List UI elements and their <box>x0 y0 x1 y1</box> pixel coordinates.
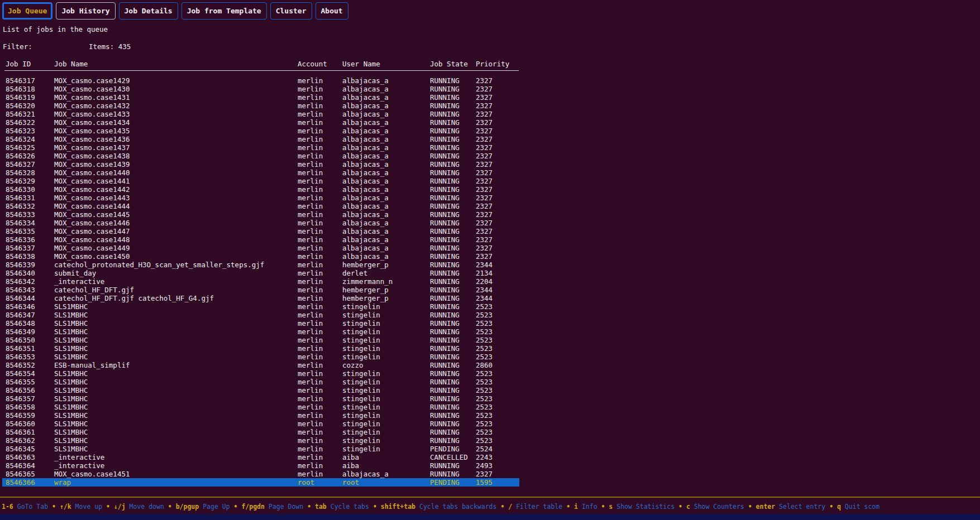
cell-job-name: catechol_HF_DFT.gjf catechol_HF_G4.gjf <box>54 294 214 302</box>
cell-priority: 2523 <box>476 394 493 403</box>
table-row[interactable]: 8546338MOX_casmo.case1450merlinalbajacas… <box>2 252 519 261</box>
table-row[interactable]: 8546362SLS1MBHCmerlinstingelinRUNNING252… <box>2 436 519 445</box>
table-row[interactable]: 8546328MOX_casmo.case1440merlinalbajacas… <box>2 168 519 177</box>
table-row[interactable]: 8546335MOX_casmo.case1447merlinalbajacas… <box>2 227 519 235</box>
cell-job-id: 8546361 <box>6 428 35 436</box>
table-row[interactable]: 8546344catechol_HF_DFT.gjf catechol_HF_G… <box>2 294 519 302</box>
cell-user-name: albajacas_a <box>342 76 389 85</box>
cell-job-state: RUNNING <box>430 353 460 361</box>
cell-priority: 2327 <box>476 227 493 235</box>
cell-job-id: 8546363 <box>6 453 35 461</box>
tab-about[interactable]: About <box>315 2 348 20</box>
cell-priority: 2327 <box>476 210 493 219</box>
bullet-separator: • <box>675 503 686 511</box>
table-row[interactable]: 8546354SLS1MBHCmerlinstingelinRUNNING252… <box>2 369 519 378</box>
table-row[interactable]: 8546351SLS1MBHCmerlinstingelinRUNNING252… <box>2 344 519 353</box>
tab-job-history[interactable]: Job History <box>56 2 115 20</box>
cell-job-name: catechol_HF_DFT.gjf <box>54 286 134 294</box>
cell-job-state: RUNNING <box>430 219 460 227</box>
table-row[interactable]: 8546318MOX_casmo.case1430merlinalbajacas… <box>2 85 519 93</box>
table-row[interactable]: 8546343catechol_HF_DFT.gjfmerlinhemberge… <box>2 286 519 294</box>
table-row[interactable]: 8546363_interactivemerlinaibaCANCELLED22… <box>2 453 519 461</box>
table-row[interactable]: 8546334MOX_casmo.case1446merlinalbajacas… <box>2 219 519 227</box>
shortcut-description: Show Statistics <box>616 503 675 511</box>
table-row[interactable]: 8546322MOX_casmo.case1434merlinalbajacas… <box>2 118 519 127</box>
cell-job-state: RUNNING <box>430 118 460 127</box>
tab-job-from-template[interactable]: Job from Template <box>181 2 267 20</box>
table-header: Job ID Job Name Account User Name Job St… <box>2 60 519 68</box>
table-row[interactable]: 8546359SLS1MBHCmerlinstingelinRUNNING252… <box>2 411 519 420</box>
cell-job-id: 8546348 <box>6 319 35 328</box>
bullet-separator: • <box>562 503 574 511</box>
bullet-separator: • <box>369 503 381 511</box>
shortcut-description: GoTo Tab <box>17 503 48 511</box>
table-row[interactable]: 8546350SLS1MBHCmerlinstingelinRUNNING252… <box>2 336 519 344</box>
shortcut-description: Move down <box>130 503 164 511</box>
table-row[interactable]: 8546336MOX_casmo.case1448merlinalbajacas… <box>2 235 519 244</box>
table-row[interactable]: 8546361SLS1MBHCmerlinstingelinRUNNING252… <box>2 428 519 436</box>
table-row[interactable]: 8546332MOX_casmo.case1444merlinalbajacas… <box>2 202 519 210</box>
cell-job-name: SLS1MBHC <box>54 311 88 319</box>
table-row[interactable]: 8546329MOX_casmo.case1441merlinalbajacas… <box>2 177 519 185</box>
table-row[interactable]: 8546319MOX_casmo.case1431merlinalbajacas… <box>2 93 519 102</box>
shortcut-description: Show Counters <box>694 503 744 511</box>
table-row[interactable]: 8546333MOX_casmo.case1445merlinalbajacas… <box>2 210 519 219</box>
table-row[interactable]: 8546366wraprootrootPENDING1595 <box>2 478 519 487</box>
table-row[interactable]: 8546317MOX_casmo.case1429merlinalbajacas… <box>2 76 519 85</box>
cell-priority: 1595 <box>476 478 493 487</box>
cell-job-id: 8546352 <box>6 361 35 369</box>
cell-priority: 2523 <box>476 328 493 336</box>
cell-priority: 2327 <box>476 118 493 127</box>
table-row[interactable]: 8546356SLS1MBHCmerlinstingelinRUNNING252… <box>2 386 519 394</box>
table-row[interactable]: 8546347SLS1MBHCmerlinstingelinRUNNING252… <box>2 311 519 319</box>
cell-job-name: MOX_casmo.case1444 <box>54 202 130 210</box>
table-row[interactable]: 8546337MOX_casmo.case1449merlinalbajacas… <box>2 244 519 252</box>
table-row[interactable]: 8546342_interactivemerlinzimmermann_nRUN… <box>2 277 519 286</box>
table-row[interactable]: 8546346SLS1MBHCmerlinstingelinRUNNING252… <box>2 302 519 311</box>
shortcut-description: Select entry <box>779 503 825 511</box>
table-row[interactable]: 8546353SLS1MBHCmerlinstingelinRUNNING252… <box>2 353 519 361</box>
cell-job-id: 8546318 <box>6 85 35 93</box>
cell-job-state: RUNNING <box>430 361 460 369</box>
table-row[interactable]: 8546358SLS1MBHCmerlinstingelinRUNNING252… <box>2 403 519 411</box>
table-row[interactable]: 8546352ESB-manual_simplifmerlincozzoRUNN… <box>2 361 519 369</box>
table-row[interactable]: 8546325MOX_casmo.case1437merlinalbajacas… <box>2 143 519 152</box>
table-row[interactable]: 8546349SLS1MBHCmerlinstingelinRUNNING252… <box>2 328 519 336</box>
cell-job-name: wrap <box>54 478 71 487</box>
tab-job-details[interactable]: Job Details <box>119 2 178 20</box>
table-row[interactable]: 8546360SLS1MBHCmerlinstingelinRUNNING252… <box>2 420 519 428</box>
cell-job-state: RUNNING <box>430 143 460 152</box>
table-row[interactable]: 8546330MOX_casmo.case1442merlinalbajacas… <box>2 185 519 194</box>
table-row[interactable]: 8546320MOX_casmo.case1432merlinalbajacas… <box>2 102 519 110</box>
cell-job-id: 8546323 <box>6 127 35 135</box>
cell-job-name: MOX_casmo.case1437 <box>54 143 130 152</box>
cell-job-state: RUNNING <box>430 185 460 194</box>
cell-user-name: stingelin <box>342 378 380 386</box>
table-row[interactable]: 8546345SLS1MBHCmerlinstingelinPENDING252… <box>2 445 519 453</box>
cell-account: merlin <box>298 168 323 177</box>
cell-job-id: 8546350 <box>6 336 35 344</box>
cell-job-state: RUNNING <box>430 461 460 470</box>
table-row[interactable]: 8546364_interactivemerlinaibaRUNNING2493 <box>2 461 519 470</box>
table-row[interactable]: 8546326MOX_casmo.case1438merlinalbajacas… <box>2 152 519 160</box>
bullet-separator: • <box>230 503 242 511</box>
table-row[interactable]: 8546348SLS1MBHCmerlinstingelinRUNNING252… <box>2 319 519 328</box>
table-row[interactable]: 8546355SLS1MBHCmerlinstingelinRUNNING252… <box>2 378 519 386</box>
cell-user-name: stingelin <box>342 353 380 361</box>
cell-job-name: MOX_casmo.case1429 <box>54 76 130 85</box>
cell-job-name: MOX_casmo.case1440 <box>54 168 130 177</box>
table-row[interactable]: 8546339catechol_protonated_H3O_scan_yet_… <box>2 261 519 269</box>
shortcut-key: c <box>686 503 690 511</box>
table-row[interactable]: 8546327MOX_casmo.case1439merlinalbajacas… <box>2 160 519 168</box>
tab-cluster[interactable]: Cluster <box>270 2 312 20</box>
table-row[interactable]: 8546323MOX_casmo.case1435merlinalbajacas… <box>2 127 519 135</box>
table-row[interactable]: 8546357SLS1MBHCmerlinstingelinRUNNING252… <box>2 394 519 403</box>
table-row[interactable]: 8546365MOX_casmo.case1451merlinalbajacas… <box>2 470 519 478</box>
cell-user-name: stingelin <box>342 394 380 403</box>
cell-job-name: SLS1MBHC <box>54 420 88 428</box>
table-row[interactable]: 8546340submit_daymerlinderletRUNNING2134 <box>2 269 519 277</box>
table-row[interactable]: 8546321MOX_casmo.case1433merlinalbajacas… <box>2 110 519 118</box>
tab-job-queue[interactable]: Job Queue <box>2 2 52 20</box>
table-row[interactable]: 8546331MOX_casmo.case1443merlinalbajacas… <box>2 194 519 202</box>
table-row[interactable]: 8546324MOX_casmo.case1436merlinalbajacas… <box>2 135 519 143</box>
